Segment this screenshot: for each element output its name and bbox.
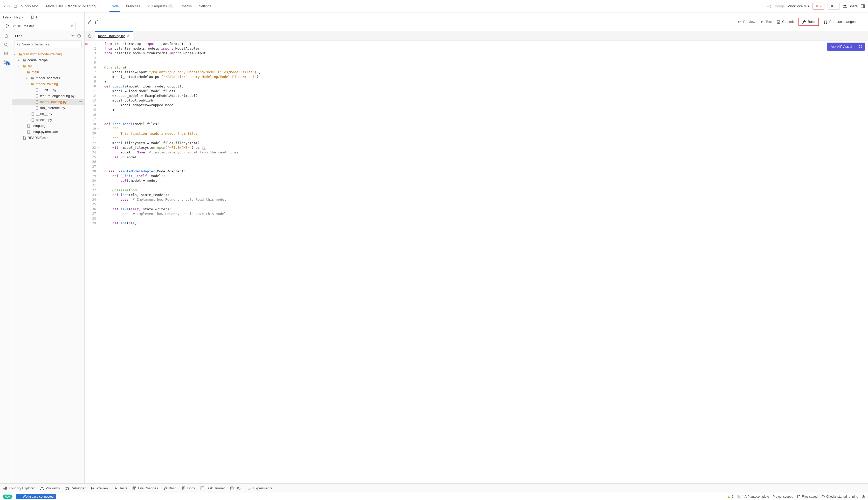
chevron-icon[interactable]: ▾	[26, 82, 30, 86]
code-line[interactable]: model = load_model(model_files)	[104, 89, 868, 93]
code-line[interactable]	[104, 56, 868, 60]
fold-icon[interactable]: ▾	[96, 99, 100, 102]
bottom-btn-task-runner[interactable]: Task Runner	[200, 486, 225, 490]
code-line[interactable]: def load_model(model_files):	[104, 122, 868, 126]
code-line[interactable]: def compute(model_files, model_output):	[104, 84, 868, 89]
bottom-btn-foundry-explorer[interactable]: Foundry Explorer	[3, 486, 35, 490]
work-locally-dropdown[interactable]: Work locally ▾	[788, 4, 809, 8]
file-search-input[interactable]	[22, 42, 79, 46]
bottom-btn-problems[interactable]: Problems	[40, 486, 60, 490]
chevron-icon[interactable]: ▾	[22, 71, 25, 73]
new-branch-icon[interactable]	[94, 20, 98, 24]
star-icon[interactable]: ☆	[98, 4, 101, 8]
fold-icon[interactable]: ▾	[96, 193, 100, 197]
help-menu[interactable]: Help ▾	[14, 15, 24, 19]
errors-button[interactable]: ✕ 9	[812, 3, 824, 10]
fold-icon[interactable]: ▾	[96, 127, 100, 130]
tree-item[interactable]: ▸model_adapters	[12, 75, 84, 81]
rail-file-icon[interactable]	[4, 34, 8, 38]
panel-toggle-icon[interactable]	[861, 4, 865, 8]
code-line[interactable]	[104, 112, 868, 117]
bottom-btn-experiments[interactable]: Experiments	[248, 486, 272, 490]
project-scoped[interactable]: Project scoped	[773, 495, 793, 498]
code-line[interactable]: class ExampleModelAdapter(ModelAdapter):	[104, 169, 868, 174]
files-saved[interactable]: Files saved	[797, 495, 818, 498]
code-editor[interactable]: ●123456▾78910▾111213▾1415161718▾19▾20212…	[84, 41, 868, 484]
fold-icon[interactable]: ▾	[96, 84, 100, 88]
code-line[interactable]: from palantir_models.transforms import M…	[104, 51, 868, 56]
tree-item[interactable]: __init__.py	[12, 87, 84, 93]
tree-item[interactable]: feature_engineering.py	[12, 93, 84, 99]
aip-assist-button[interactable]: Ask AIP Assist	[827, 43, 856, 50]
aip-autocomplete-toggle[interactable]: AIP autocomplete	[737, 495, 769, 498]
code-line[interactable]	[104, 117, 868, 122]
code-line[interactable]: with model_filesystem.open("<FILENAME>")…	[104, 145, 868, 150]
code-line[interactable]	[104, 164, 868, 169]
tree-item[interactable]: ▸conda_recipe	[12, 57, 84, 63]
code-line[interactable]: @classmethod	[104, 188, 868, 193]
code-line[interactable]: def __init__(self, model):	[104, 174, 868, 178]
home-tab[interactable]	[84, 31, 95, 40]
code-line[interactable]	[104, 60, 868, 65]
aip-gear-icon[interactable]	[856, 43, 865, 50]
code-line[interactable]: model_output.publish(	[104, 98, 868, 103]
tab-settings[interactable]: Settings	[198, 1, 212, 12]
tree-item[interactable]: ▾model_training	[12, 81, 84, 87]
fold-icon[interactable]: ▾	[96, 66, 100, 69]
tree-item[interactable]: ▾main	[12, 69, 84, 75]
code-line[interactable]: def api(cls):	[104, 221, 868, 226]
tree-item[interactable]: pipeline.py	[12, 117, 84, 123]
checks-status[interactable]: Checks started running	[821, 495, 858, 498]
code-line[interactable]: This function loads a model from files	[104, 132, 868, 136]
breadcrumb-item[interactable]: Foundry Mod…	[19, 4, 42, 8]
propose-changes-button[interactable]: Propose changes	[824, 20, 856, 24]
file-search[interactable]	[14, 41, 82, 48]
rail-branches-icon[interactable]: 1	[4, 60, 8, 64]
code-line[interactable]: model_files=Input("/Palantir/Foundry Mod…	[104, 70, 868, 75]
tree-item[interactable]: setup.py.template	[12, 129, 84, 135]
tab-pull-requests[interactable]: Pull requests0	[146, 1, 174, 12]
fold-icon[interactable]: ▾	[96, 146, 100, 149]
tree-item[interactable]: README.md	[12, 135, 84, 141]
gear-icon[interactable]	[71, 34, 75, 38]
bottom-btn-file-changes[interactable]: File Changes	[132, 486, 158, 490]
workspace-connected[interactable]: ✓ Workspace connected	[16, 494, 56, 499]
fold-icon[interactable]: ▾	[96, 221, 100, 225]
breadcrumb-current[interactable]: Model Publishing	[68, 4, 96, 8]
app-icon[interactable]: <·>	[3, 2, 11, 10]
tree-item[interactable]: setup.cfg	[12, 123, 84, 129]
bottom-btn-debugger[interactable]: Debugger	[65, 486, 86, 490]
build-button[interactable]: Build	[798, 18, 819, 26]
tab-code[interactable]: Code	[109, 1, 120, 12]
code-line[interactable]: def save(self, state_writer):	[104, 207, 868, 212]
bottom-btn-tests[interactable]: Tests	[114, 486, 127, 490]
warnings-count[interactable]: ▲ 2	[727, 495, 734, 498]
editor-tab[interactable]: model_training.py ✕	[95, 31, 133, 40]
code-line[interactable]: from palantir_models.models import Model…	[104, 46, 868, 51]
more-icon[interactable]: ⋯	[860, 19, 865, 25]
tree-item[interactable]: ▾transforms-model-training	[12, 51, 84, 57]
bottom-btn-preview[interactable]: Preview	[91, 486, 108, 490]
fold-icon[interactable]: ▾	[96, 174, 100, 178]
share-button[interactable]: Share	[843, 4, 858, 8]
tree-item[interactable]: ▾src	[12, 63, 84, 69]
code-line[interactable]	[104, 216, 868, 221]
code-line[interactable]: @transform(	[104, 65, 868, 70]
code-line[interactable]: self.model = model	[104, 178, 868, 183]
code-line[interactable]: pass # Implement how Foundry should save…	[104, 212, 868, 216]
code-line[interactable]: wrapped_model = ExampleModelAdapter(mode…	[104, 93, 868, 98]
code-line[interactable]: '''	[104, 136, 868, 141]
fold-icon[interactable]: ▾	[96, 122, 100, 126]
close-tab-icon[interactable]: ✕	[127, 34, 130, 38]
tree-item[interactable]: model_training.py•••	[12, 99, 84, 105]
code-line[interactable]: def load(cls, state_reader):	[104, 193, 868, 197]
chevron-icon[interactable]: ▸	[26, 77, 30, 79]
tree-item[interactable]: run_inference.py	[12, 105, 84, 111]
edit-icon[interactable]	[88, 20, 92, 24]
bell-icon[interactable]	[862, 495, 865, 498]
branch-selector[interactable]: Branch master ▾	[3, 22, 76, 30]
bottom-btn-sql[interactable]: SQL	[230, 486, 242, 490]
code-line[interactable]	[104, 202, 868, 207]
cmd-k-button[interactable]: ⌘ K	[828, 3, 840, 10]
fold-icon[interactable]: ▾	[96, 170, 100, 173]
